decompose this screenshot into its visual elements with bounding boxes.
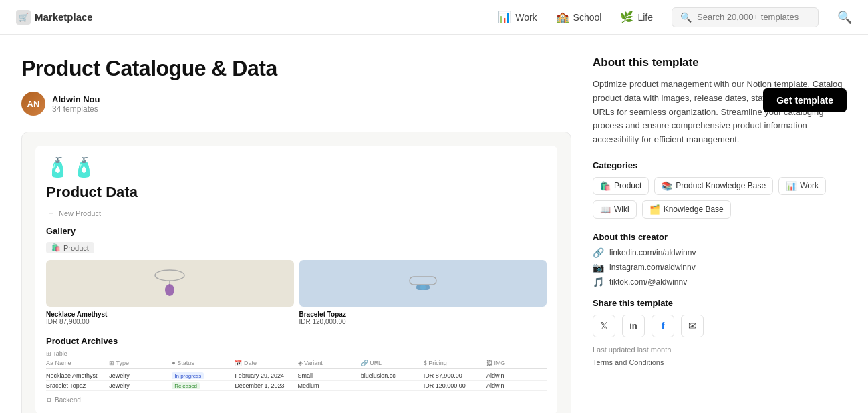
- gallery-name-0: Necklace Amethyst: [46, 311, 294, 318]
- preview-table: Aa Name ⊞ Type ● Status 📅 Date ◈ Variant…: [46, 360, 547, 391]
- school-icon: 🏫: [556, 11, 569, 23]
- categories-row-2: 📖 Wiki 🗂️ Knowledge Base: [593, 200, 847, 219]
- nav-school-label: School: [573, 12, 602, 23]
- work-icon: 📊: [498, 11, 511, 23]
- creator-instagram[interactable]: 📷 instagram.com/aldwinnv: [593, 262, 847, 273]
- preview-product-tag: 🛍️ Product: [46, 242, 94, 253]
- author-info: Aldwin Nou 34 templates: [52, 94, 100, 114]
- category-knowledge-base[interactable]: 🗂️ Knowledge Base: [642, 200, 731, 219]
- plus-icon: ＋: [47, 208, 55, 218]
- about-title: About this template: [593, 56, 847, 70]
- backend-label: Backend: [55, 396, 81, 404]
- marketplace-logo-icon: 🛒: [16, 10, 31, 25]
- share-label: Share this template: [593, 298, 847, 308]
- left-panel: Product Catalogue & Data AN Aldwin Nou 3…: [21, 56, 571, 413]
- col-url: 🔗 URL: [361, 360, 421, 366]
- gallery-item-0: Necklace Amethyst IDR 87,900.00: [46, 260, 294, 325]
- last-updated: Last updated last month: [593, 346, 847, 354]
- work-cat-icon: 📊: [786, 181, 797, 191]
- search-input[interactable]: [697, 12, 810, 22]
- share-twitter[interactable]: 𝕏: [593, 315, 615, 337]
- gallery-item-1: Bracelet Topaz IDR 120,000.00: [299, 260, 547, 325]
- logo-area[interactable]: 🛒 Marketplace: [16, 10, 93, 25]
- category-work[interactable]: 📊 Work: [778, 177, 826, 195]
- life-icon: 🌿: [620, 11, 633, 23]
- col-img: 🖼 IMG: [486, 360, 547, 366]
- col-status: ● Status: [172, 360, 232, 366]
- preview-card: 🧴 🧴 Product Data ＋ New Product Gallery 🛍…: [21, 132, 571, 413]
- avatar: AN: [21, 92, 45, 116]
- category-wiki[interactable]: 📖 Wiki: [593, 200, 637, 219]
- category-wiki-label: Wiki: [614, 204, 629, 214]
- nav-item-work[interactable]: 📊 Work: [498, 11, 537, 23]
- col-date: 📅 Date: [235, 360, 295, 366]
- share-linkedin[interactable]: in: [622, 315, 645, 337]
- categories-row-1: 🛍️ Product 📚 Product Knowledge Base 📊 Wo…: [593, 177, 847, 195]
- preview-backend-row: ⚙ Backend: [46, 396, 547, 404]
- share-email[interactable]: ✉: [681, 315, 704, 337]
- nav-life-label: Life: [637, 12, 653, 23]
- instagram-icon: 📷: [593, 262, 604, 273]
- col-variant: ◈ Variant: [298, 360, 358, 366]
- gallery-price-1: IDR 120,000.00: [299, 318, 547, 325]
- creator-linkedin-text: linkedin.com/in/aldwinnv: [609, 248, 696, 257]
- share-section: Share this template 𝕏 in f ✉ Last update…: [593, 298, 847, 367]
- page-title: Product Catalogue & Data: [21, 56, 571, 81]
- nav-right: 📊 Work 🏫 School 🌿 Life 🔍 🔍: [498, 7, 852, 27]
- get-template-button[interactable]: Get template: [763, 88, 847, 112]
- creator-tiktok[interactable]: 🎵 tiktok.com/@aldwinnv: [593, 277, 847, 287]
- preview-add-row: ＋ New Product: [46, 208, 547, 218]
- preview-doc-title: Product Data: [46, 184, 547, 201]
- product-cat-icon: 🛍️: [600, 181, 611, 191]
- author-row: AN Aldwin Nou 34 templates: [21, 92, 571, 116]
- creator-linkedin[interactable]: 🔗 linkedin.com/in/aldwinnv: [593, 247, 847, 258]
- category-product-label: Product: [614, 181, 641, 190]
- gallery-img-1: [299, 260, 547, 307]
- nav-item-school[interactable]: 🏫 School: [556, 11, 602, 23]
- kb-cat-icon: 🗂️: [649, 204, 660, 215]
- preview-table-view: ⊞ Table: [46, 350, 547, 357]
- pkb-cat-icon: 📚: [662, 181, 672, 191]
- author-templates: 34 templates: [52, 104, 100, 114]
- tiktok-icon: 🎵: [593, 277, 604, 287]
- share-icons: 𝕏 in f ✉: [593, 315, 847, 337]
- preview-archives-label: Product Archives: [46, 336, 547, 346]
- svg-point-0: [155, 270, 184, 281]
- svg-point-2: [165, 284, 174, 296]
- page-header: Product Catalogue & Data AN Aldwin Nou 3…: [21, 56, 571, 116]
- preview-bottle-icon-1: 🧴: [46, 156, 69, 178]
- creator-label: About this creator: [593, 232, 847, 242]
- col-type: ⊞ Type: [109, 360, 169, 366]
- preview-icons: 🧴 🧴: [46, 156, 547, 178]
- col-price: $ Pricing: [424, 360, 484, 366]
- svg-rect-3: [410, 277, 436, 285]
- search-button[interactable]: 🔍: [837, 10, 852, 25]
- categories-label: Categories: [593, 160, 847, 170]
- author-name: Aldwin Nou: [52, 94, 100, 104]
- category-work-label: Work: [800, 181, 819, 190]
- nav-item-life[interactable]: 🌿 Life: [620, 11, 653, 23]
- category-kb-label: Knowledge Base: [664, 204, 724, 214]
- table-header: Aa Name ⊞ Type ● Status 📅 Date ◈ Variant…: [46, 360, 547, 369]
- gallery-price-0: IDR 87,900.00: [46, 318, 294, 325]
- category-pkb-label: Product Knowledge Base: [676, 181, 766, 190]
- table-row: Necklace Amethyst Jewelry In progress Fe…: [46, 371, 547, 381]
- preview-bottle-icon-2: 🧴: [72, 156, 96, 178]
- marketplace-label: Marketplace: [35, 11, 93, 23]
- preview-gallery-label: Gallery: [46, 226, 547, 236]
- share-facebook[interactable]: f: [652, 315, 674, 337]
- product-tag-icon: 🛍️: [51, 243, 61, 252]
- category-product[interactable]: 🛍️ Product: [593, 177, 649, 195]
- creator-tiktok-text: tiktok.com/@aldwinnv: [609, 277, 687, 287]
- search-bar[interactable]: 🔍: [672, 7, 819, 27]
- category-product-knowledge-base[interactable]: 📚 Product Knowledge Base: [654, 177, 773, 195]
- gallery-img-0: [46, 260, 294, 307]
- linkedin-icon: 🔗: [593, 247, 604, 258]
- table-icon: ⊞: [46, 350, 51, 357]
- wiki-cat-icon: 📖: [600, 204, 611, 215]
- gallery-name-1: Bracelet Topaz: [299, 311, 547, 318]
- creator-instagram-text: instagram.com/aldwinnv: [609, 263, 696, 272]
- col-name: Aa Name: [46, 360, 106, 366]
- terms-link[interactable]: Terms and Conditions: [593, 358, 664, 366]
- nav-work-label: Work: [515, 12, 537, 23]
